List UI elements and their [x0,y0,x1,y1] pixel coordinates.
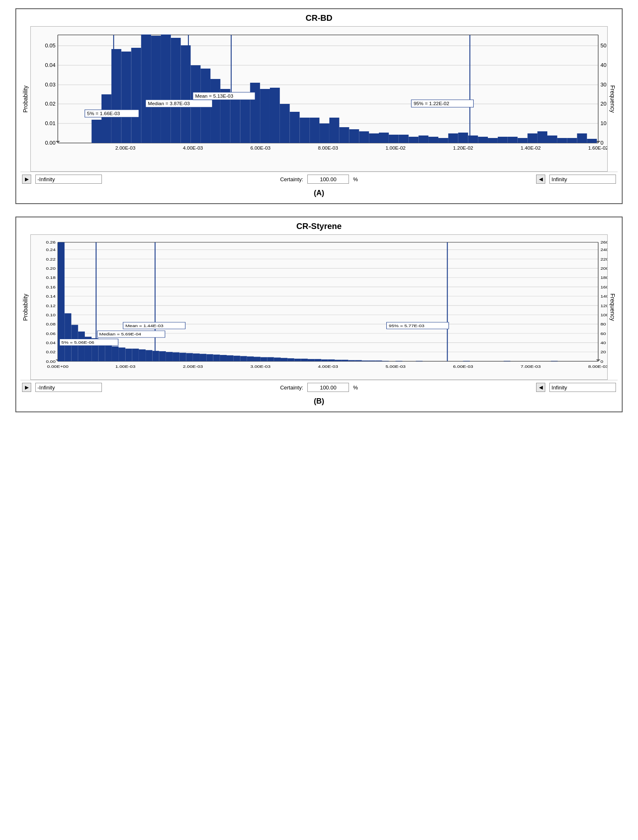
svg-text:5% = 1.66E-03: 5% = 1.66E-03 [87,111,120,116]
bar [139,350,146,362]
chart-b-left-arrow[interactable]: ▶ [22,383,31,392]
bar [213,355,220,361]
svg-text:200: 200 [601,266,607,271]
bar [101,94,111,143]
chart-b-left-input[interactable] [35,383,102,392]
svg-text:4.00E-03: 4.00E-03 [183,145,203,150]
chart-a-inner: 0.00 0.01 0.02 0.03 0.04 0.05 0 10 20 30… [30,26,608,172]
svg-text:0.06: 0.06 [46,331,55,336]
bar [587,139,597,143]
bar [428,137,438,143]
bar [152,351,159,361]
svg-text:0: 0 [601,359,603,364]
bar [281,358,287,361]
svg-text:120: 120 [601,303,607,308]
bar [78,332,85,362]
svg-text:100: 100 [601,313,607,317]
svg-text:0.04: 0.04 [46,340,55,345]
bar [220,355,227,361]
chart-b-certainty-label: Certainty: [280,384,303,391]
svg-text:1.00E-03: 1.00E-03 [115,364,135,369]
bar [91,120,101,143]
chart-b-y-right-label: Frequency [608,234,618,380]
bar [321,360,328,361]
chart-a-left-input[interactable] [35,175,102,184]
bar [389,135,399,143]
chart-b-y-label: Probability [20,234,30,380]
bar [458,133,468,143]
svg-text:0.14: 0.14 [46,294,55,298]
bar [131,48,141,143]
bar [518,138,528,143]
chart-a-left-arrow[interactable]: ▶ [22,175,31,184]
svg-text:0.03: 0.03 [45,82,55,87]
bar [186,353,193,362]
bar [359,131,369,143]
svg-text:0: 0 [601,140,603,145]
svg-text:1.60E-02: 1.60E-02 [588,145,607,150]
bar [171,38,181,143]
bar [181,45,191,143]
bar [270,88,280,143]
chart-a-y-label: Probability [20,26,30,172]
bar [368,360,375,361]
svg-text:30: 30 [601,82,606,87]
chart-a-percent-label: % [353,176,358,182]
bar [206,354,213,361]
chart-a-title: CR-BD [20,13,618,23]
bar [179,353,186,362]
bar [349,129,359,143]
chart-b-right-arrow[interactable]: ◀ [536,383,545,392]
bar [369,133,379,143]
chart-b-right-input[interactable] [549,383,616,392]
svg-text:0.26: 0.26 [46,240,55,244]
bar [210,79,220,143]
svg-text:0.18: 0.18 [46,275,55,280]
chart-a-right-arrow[interactable]: ◀ [536,175,545,184]
bar [141,34,151,143]
chart-b-certainty-input[interactable] [307,383,349,392]
chart-a-caption: (A) [20,189,618,197]
svg-text:8.00E-03: 8.00E-03 [588,364,607,369]
bar [267,357,274,361]
bar [328,360,335,361]
bar [274,357,281,361]
svg-text:50: 50 [601,43,606,48]
chart-b-title: CR-Styrene [20,222,618,231]
bar [227,355,233,361]
bar [132,349,139,361]
chart-b-area: Probability [20,234,618,380]
svg-text:0.10: 0.10 [46,313,55,317]
svg-text:0.05: 0.05 [45,43,55,48]
bar [151,36,161,143]
svg-text:1.20E-02: 1.20E-02 [453,145,473,150]
svg-text:10: 10 [601,121,606,126]
bar [146,350,152,361]
svg-text:60: 60 [601,331,606,336]
chart-a-y-right-label: Frequency [608,26,618,172]
chart-a-certainty-input[interactable] [307,175,349,184]
bar [64,313,71,361]
bar [240,99,250,143]
bar [382,361,389,361]
svg-text:1.00E-02: 1.00E-02 [386,145,406,150]
bar [329,118,339,143]
chart-a-controls: ▶ Certainty: % ◀ [20,172,618,186]
bar [260,89,270,143]
svg-text:95% = 1.22E-02: 95% = 1.22E-02 [413,101,449,106]
bar [173,352,179,361]
bar [290,112,300,143]
svg-text:0.04: 0.04 [45,62,55,68]
bar [250,83,260,143]
bar [247,357,254,362]
bar [551,361,558,361]
chart-a-right-input[interactable] [549,175,616,184]
bar [557,138,567,143]
bar [254,357,260,361]
chart-a-container: CR-BD Probability 0.00 0.01 0.02 0.03 0.… [15,8,623,204]
bar [438,138,448,143]
svg-text:240: 240 [601,247,607,252]
bar [577,133,587,143]
chart-b-svg: 0.00 0.02 0.04 0.06 0.08 0.10 0.12 0.14 … [31,235,607,376]
bar [233,356,240,361]
